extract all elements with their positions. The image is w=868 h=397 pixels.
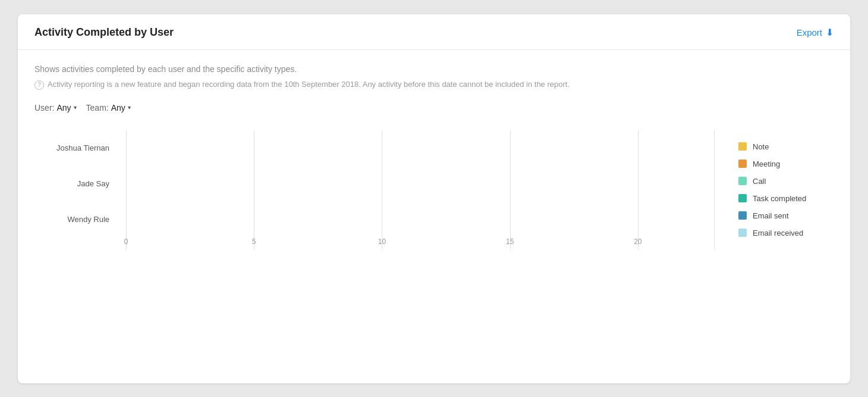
export-label: Export <box>797 27 822 37</box>
team-filter-label: Team: <box>86 103 109 112</box>
x-tick: 5 <box>252 237 256 246</box>
chart-main: Joshua TiernanJade SayWendy Rule05101520 <box>40 130 715 267</box>
main-card: Activity Completed by User Export ⬇ Show… <box>18 14 850 383</box>
info-icon: ? <box>34 80 44 90</box>
user-filter[interactable]: User: Any ▾ <box>34 103 77 112</box>
bar-label: Wendy Rule <box>40 215 118 224</box>
legend-label-2: Call <box>753 177 766 186</box>
x-tick: 10 <box>378 237 386 246</box>
bar-label: Joshua Tiernan <box>40 143 118 152</box>
legend-label-5: Email received <box>753 229 803 237</box>
legend-item: Call <box>738 177 834 186</box>
legend-color-1 <box>738 160 747 168</box>
legend-label-4: Email sent <box>753 211 789 220</box>
table-row: Jade Say <box>40 166 715 202</box>
legend-item: Note <box>738 142 834 151</box>
legend-item: Meeting <box>738 160 834 168</box>
export-icon: ⬇ <box>826 27 834 38</box>
chart-container: Joshua TiernanJade SayWendy Rule05101520 <box>40 130 715 267</box>
user-filter-label: User: <box>34 103 54 112</box>
legend-color-0 <box>738 142 747 151</box>
legend-item: Task completed <box>738 194 834 203</box>
bar-rows: Joshua TiernanJade SayWendy Rule <box>40 130 715 237</box>
bar-track <box>118 211 715 228</box>
legend-label-0: Note <box>753 142 769 151</box>
bar-track <box>118 140 715 157</box>
export-button[interactable]: Export ⬇ <box>797 27 834 38</box>
team-filter[interactable]: Team: Any ▾ <box>86 103 131 112</box>
legend-color-3 <box>738 194 747 202</box>
team-filter-value: Any <box>111 103 125 112</box>
bar-label: Jade Say <box>40 179 118 188</box>
legend-label-3: Task completed <box>753 194 806 203</box>
x-tick: 20 <box>634 237 641 246</box>
chart-legend: Note Meeting Call Task completed Email s… <box>738 130 834 237</box>
legend-color-4 <box>738 211 747 220</box>
legend-item: Email received <box>738 229 834 237</box>
team-filter-chevron: ▾ <box>128 104 131 111</box>
chart-area: Joshua TiernanJade SayWendy Rule05101520… <box>34 130 834 267</box>
legend-label-1: Meeting <box>753 160 780 168</box>
x-axis: 05101520 <box>126 237 715 249</box>
filters-row: User: Any ▾ Team: Any ▾ <box>34 103 834 112</box>
user-filter-chevron: ▾ <box>74 104 77 111</box>
x-tick: 15 <box>506 237 514 246</box>
card-title: Activity Completed by User <box>34 26 174 39</box>
card-body: Shows activities completed by each user … <box>18 50 850 282</box>
bar-track <box>118 176 715 192</box>
table-row: Joshua Tiernan <box>40 130 715 166</box>
info-row: ? Activity reporting is a new feature an… <box>34 80 834 90</box>
description-text: Shows activities completed by each user … <box>34 64 834 74</box>
legend-item: Email sent <box>738 211 834 220</box>
x-tick: 0 <box>124 237 128 246</box>
legend-color-2 <box>738 177 747 185</box>
legend-color-5 <box>738 229 747 237</box>
user-filter-value: Any <box>56 103 71 112</box>
card-header: Activity Completed by User Export ⬇ <box>18 14 850 50</box>
info-text: Activity reporting is a new feature and … <box>48 80 570 89</box>
table-row: Wendy Rule <box>40 202 715 237</box>
